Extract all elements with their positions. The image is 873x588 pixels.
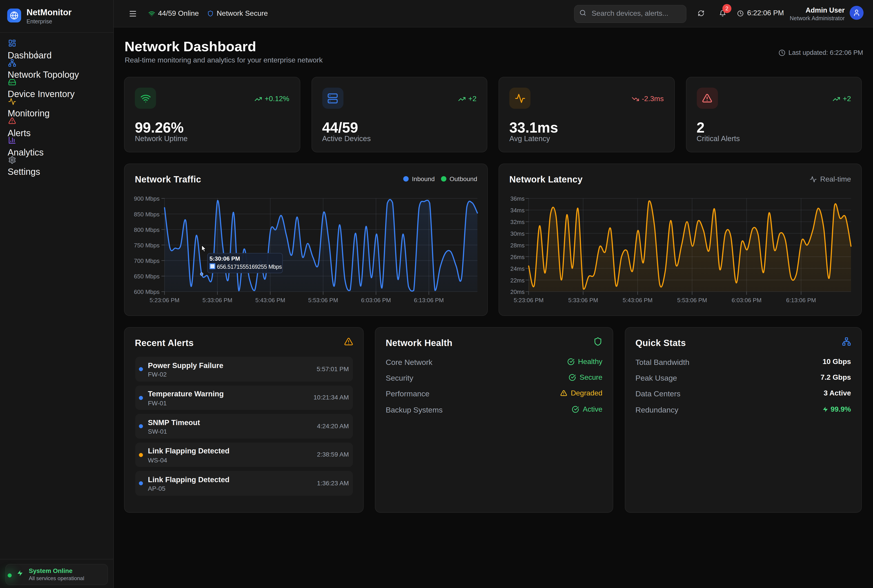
svg-text:36ms: 36ms	[510, 195, 524, 202]
svg-text:5:43:06 PM: 5:43:06 PM	[255, 297, 285, 303]
svg-text:900 Mbps: 900 Mbps	[134, 195, 159, 202]
svg-text:650 Mbps: 650 Mbps	[134, 273, 159, 280]
svg-text:5:53:06 PM: 5:53:06 PM	[677, 297, 707, 303]
svg-text:24ms: 24ms	[510, 266, 524, 272]
svg-text:6:13:06 PM: 6:13:06 PM	[786, 297, 816, 303]
svg-text:5:23:06 PM: 5:23:06 PM	[150, 297, 180, 303]
svg-text:20ms: 20ms	[510, 288, 524, 295]
svg-text:34ms: 34ms	[510, 207, 524, 214]
svg-text:32ms: 32ms	[510, 219, 524, 225]
svg-text:800 Mbps: 800 Mbps	[134, 226, 159, 233]
svg-text:22ms: 22ms	[510, 277, 524, 284]
svg-text:5:53:06 PM: 5:53:06 PM	[308, 297, 338, 303]
svg-text:5:23:06 PM: 5:23:06 PM	[514, 297, 544, 303]
svg-text:5:43:06 PM: 5:43:06 PM	[623, 297, 652, 303]
svg-text:6:13:06 PM: 6:13:06 PM	[414, 297, 444, 303]
svg-text:6:03:06 PM: 6:03:06 PM	[361, 297, 391, 303]
svg-text:5:33:06 PM: 5:33:06 PM	[203, 297, 232, 303]
svg-text:850 Mbps: 850 Mbps	[134, 211, 159, 218]
svg-text:30ms: 30ms	[510, 230, 524, 237]
svg-text:600 Mbps: 600 Mbps	[134, 288, 159, 295]
svg-text:6:03:06 PM: 6:03:06 PM	[732, 297, 762, 303]
svg-text:28ms: 28ms	[510, 242, 524, 249]
svg-text:26ms: 26ms	[510, 254, 524, 260]
svg-text:700 Mbps: 700 Mbps	[134, 258, 159, 264]
svg-text:750 Mbps: 750 Mbps	[134, 242, 159, 249]
svg-text:5:33:06 PM: 5:33:06 PM	[568, 297, 598, 303]
